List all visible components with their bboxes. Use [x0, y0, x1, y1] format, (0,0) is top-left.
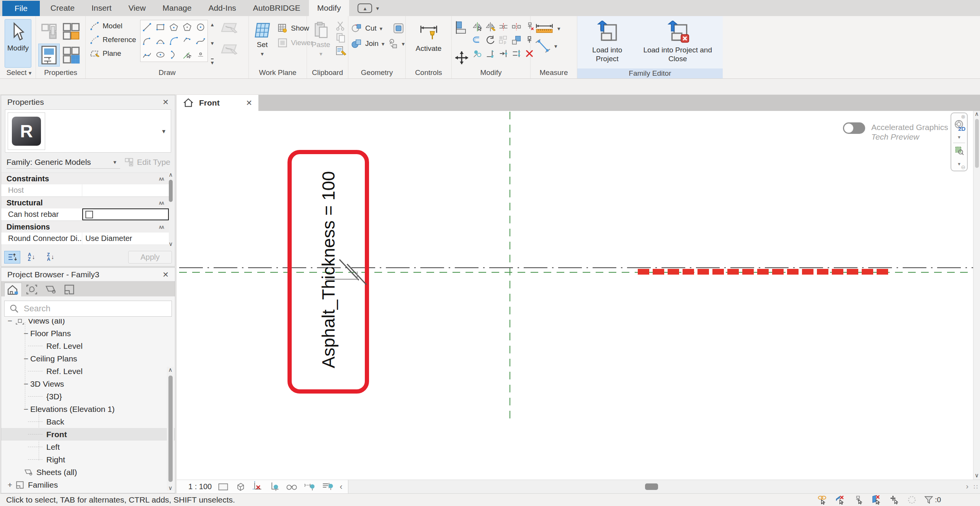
browser-views-tab[interactable]: [4, 283, 22, 296]
property-row-host[interactable]: Host: [1, 184, 169, 197]
section-dimensions[interactable]: Dimensions∧∧: [1, 221, 169, 233]
draw-polygon-tool[interactable]: [167, 20, 181, 34]
modify-tool-button[interactable]: Modify: [5, 19, 31, 68]
pick-line-tool[interactable]: [181, 48, 194, 62]
section-structural[interactable]: Structural∧∧: [1, 197, 169, 208]
activate-dimensions-button[interactable]: Activate: [413, 19, 444, 68]
trim-extend-single-tool[interactable]: [497, 47, 510, 60]
trim-extend-corner-tool[interactable]: [484, 47, 497, 60]
can-host-rebar-checkbox[interactable]: [85, 211, 93, 218]
offset-tool[interactable]: [471, 33, 484, 47]
draw-polygon2-tool[interactable]: [181, 20, 194, 34]
tab-autobridge[interactable]: AutoBRIDGE: [245, 0, 309, 16]
family-category-button[interactable]: [60, 44, 82, 67]
exclude-options-icon[interactable]: [835, 495, 846, 505]
sort-default-button[interactable]: [4, 251, 20, 264]
reveal-hidden-button[interactable]: [304, 481, 316, 493]
type-selector-dropdown-icon[interactable]: ▾: [162, 127, 165, 135]
cut-geometry-button[interactable]: Cut ▾: [351, 22, 382, 34]
project-browser-close-button[interactable]: ✕: [162, 270, 169, 279]
wheel-dropdown-icon[interactable]: ▾: [958, 134, 960, 140]
join-geometry-button[interactable]: Join ▾: [351, 37, 384, 50]
drag-elements-icon[interactable]: [889, 495, 900, 505]
view-tab-close-button[interactable]: ✕: [246, 98, 252, 107]
dimension-label[interactable]: Asphalt_Thickness = 100: [319, 151, 338, 388]
browser-scrollbar-thumb[interactable]: [168, 376, 173, 482]
editable-only-icon[interactable]: [817, 495, 828, 505]
tree-item-families[interactable]: + Families: [1, 478, 175, 491]
draw-arc-tool[interactable]: [154, 34, 167, 48]
zoom-dropdown-icon[interactable]: ▾: [958, 161, 960, 167]
reference-plane-button[interactable]: Plane: [88, 47, 138, 60]
draw-fillet-arc-tool[interactable]: [140, 34, 154, 48]
tab-add-ins[interactable]: Add-Ins: [200, 0, 244, 16]
horizontal-scrollbar-thumb[interactable]: [645, 483, 658, 490]
properties-palette-button[interactable]: [38, 20, 60, 43]
crop-view-off-button[interactable]: [251, 481, 263, 493]
visual-style-button[interactable]: [217, 482, 229, 491]
properties-close-button[interactable]: ✕: [162, 98, 169, 107]
measure-between-refs-button[interactable]: ▾: [533, 22, 562, 34]
tree-item-back[interactable]: Back: [1, 415, 175, 428]
vertical-scrollbar[interactable]: ∧ ∨: [973, 111, 980, 480]
highlighted-reference-line[interactable]: [638, 269, 891, 275]
tree-item-3d-views[interactable]: −3D Views: [1, 377, 175, 390]
draw-spline-tool[interactable]: [194, 34, 207, 48]
tree-item-floor-plans[interactable]: −Floor Plans: [1, 327, 175, 340]
property-row-can-host-rebar[interactable]: Can host rebar: [1, 208, 169, 221]
search-input[interactable]: [24, 304, 167, 314]
property-row-round-connector[interactable]: Round Connector Di... Use Diameter: [1, 233, 169, 245]
set-work-plane-button[interactable]: Set ▾: [251, 19, 273, 68]
trim-corner-tool[interactable]: [471, 47, 484, 60]
browser-scrollbar[interactable]: ∧ ∨: [167, 367, 174, 491]
tree-item-left[interactable]: Left: [1, 441, 175, 453]
host-value[interactable]: [82, 184, 169, 196]
reveal-constraints-button[interactable]: [322, 481, 334, 493]
accelerated-graphics-toggle[interactable]: [843, 122, 865, 134]
vertical-scrollbar-thumb[interactable]: [975, 119, 979, 168]
ribbon-display-toggle[interactable]: ▴ ▾: [358, 0, 379, 16]
scroll-right-icon[interactable]: ›: [966, 482, 969, 491]
demolish-button[interactable]: ▾: [387, 37, 405, 50]
draw-circle-tool[interactable]: [194, 20, 207, 34]
tab-insert[interactable]: Insert: [83, 0, 120, 16]
filter-button[interactable]: :0: [924, 495, 941, 505]
tab-modify[interactable]: Modify: [309, 0, 350, 16]
tree-item-elevations[interactable]: −Elevations (Elevation 1): [1, 403, 175, 415]
family-filter-dropdown[interactable]: Family: Generic Models ▾: [7, 156, 120, 169]
properties-toggle-button[interactable]: [38, 44, 60, 67]
press-drag-icon[interactable]: [853, 495, 864, 505]
crop-region-button[interactable]: [268, 481, 280, 493]
tree-item-front[interactable]: Front: [1, 428, 175, 441]
family-types-button[interactable]: [60, 20, 82, 43]
gallery-up-icon[interactable]: ▴: [211, 21, 214, 27]
section-constraints[interactable]: Constraints∧∧: [1, 172, 169, 184]
draw-line-tool[interactable]: [140, 20, 154, 34]
browser-families-tab[interactable]: [60, 283, 78, 296]
vertical-reference-plane[interactable]: [510, 112, 510, 420]
gallery-expand-icon[interactable]: ▾: [211, 59, 214, 65]
shadows-button[interactable]: [235, 482, 245, 492]
sort-ascending-button[interactable]: AZ↓: [23, 251, 39, 264]
draw-arc3-tool[interactable]: [181, 34, 194, 48]
panel-label-select[interactable]: Select ▾: [2, 68, 36, 77]
tab-file[interactable]: File: [2, 1, 40, 16]
browser-selection-tab[interactable]: [23, 283, 41, 296]
properties-scrollbar[interactable]: ∧ ∨: [167, 172, 174, 247]
browser-search[interactable]: [4, 301, 172, 317]
load-into-project-button[interactable]: Load into Project: [580, 19, 635, 65]
draw-rectangle-tool[interactable]: [154, 20, 167, 34]
temporary-hide-isolate-button[interactable]: [286, 482, 298, 491]
tree-item-sheets-all[interactable]: Sheets (all): [1, 466, 175, 478]
split-with-gap-tool[interactable]: [510, 20, 523, 33]
align-icon[interactable]: [454, 21, 468, 34]
round-connector-value[interactable]: Use Diameter: [82, 233, 169, 244]
rotate-tool[interactable]: [484, 33, 497, 47]
type-selector[interactable]: R ▾: [5, 109, 171, 153]
model-line-button[interactable]: Model: [88, 20, 138, 32]
draw-spline2-tool[interactable]: [140, 48, 154, 62]
trim-extend-multiple-tool[interactable]: [510, 47, 523, 60]
zoom-region-icon[interactable]: [954, 146, 964, 156]
mirror-draw-axis-tool[interactable]: [484, 20, 497, 33]
draw-arc2-tool[interactable]: [167, 34, 181, 48]
